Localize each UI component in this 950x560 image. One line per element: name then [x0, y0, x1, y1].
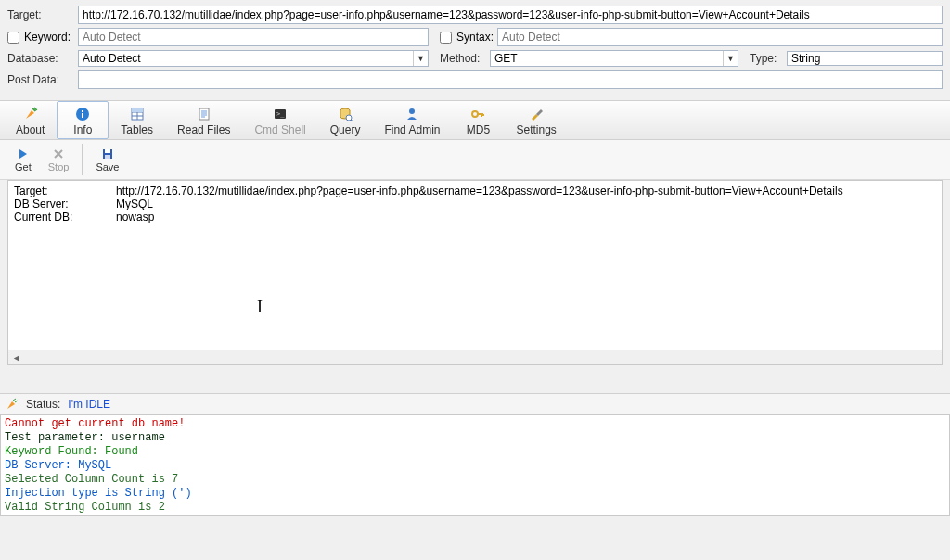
log-line: Selected Column Count is 7 [5, 473, 945, 487]
log-line: Test parameter: username [5, 431, 945, 445]
key-icon [470, 106, 485, 122]
svg-text:>_: >_ [276, 110, 285, 118]
main-toolbar: About Info Tables Read Files >_ Cmd Shel… [0, 100, 950, 140]
postdata-input[interactable] [78, 70, 943, 89]
separator [82, 144, 83, 175]
svg-point-19 [472, 111, 478, 117]
tables-icon [130, 106, 145, 122]
method-select-value: GET [494, 52, 723, 65]
database-select[interactable]: Auto Detect ▼ [78, 50, 429, 67]
svg-rect-2 [82, 110, 83, 112]
save-button-label: Save [96, 161, 119, 172]
tools-icon [529, 106, 544, 122]
tab-label: MD5 [467, 123, 490, 136]
syntax-input[interactable] [497, 28, 943, 46]
admin-icon [404, 106, 419, 122]
tab-label: Find Admin [384, 123, 440, 136]
log-line: Injection type is String (') [5, 487, 945, 501]
svg-rect-8 [199, 108, 209, 120]
info-currentdb-value: nowasp [116, 210, 154, 223]
info-target-value: http://172.16.70.132/mutillidae/index.ph… [116, 185, 843, 197]
save-button[interactable]: Save [88, 145, 126, 174]
tab-label: Query [330, 123, 361, 136]
svg-rect-1 [82, 113, 83, 118]
tab-label: Tables [121, 123, 153, 136]
play-icon [17, 146, 30, 161]
log-line: Current DB: nowasp [5, 515, 945, 516]
tab-findadmin[interactable]: Find Admin [372, 101, 452, 139]
svg-line-17 [351, 120, 353, 121]
info-currentdb-label: Current DB: [14, 210, 116, 223]
info-target-label: Target: [14, 185, 116, 197]
status-bar: Status: I'm IDLE [0, 393, 950, 414]
chevron-down-icon: ▼ [723, 51, 738, 66]
carrot-icon [23, 106, 38, 122]
log-line: Cannot get current db name! [5, 417, 945, 431]
database-icon [338, 106, 353, 122]
svg-rect-26 [105, 149, 110, 153]
keyword-checkbox[interactable] [7, 32, 19, 44]
info-dbserver-label: DB Server: [14, 197, 116, 210]
postdata-label: Post Data: [7, 73, 74, 86]
text-cursor-icon: I [257, 298, 263, 317]
status-label: Status: [26, 398, 60, 411]
tab-info[interactable]: Info [57, 101, 109, 139]
sub-toolbar: Get Stop Save [0, 140, 950, 180]
stop-icon [52, 146, 65, 161]
type-label: Type: [750, 52, 783, 65]
save-icon [101, 146, 114, 161]
tab-query[interactable]: Query [318, 101, 373, 139]
tab-label: Read Files [177, 123, 230, 136]
tab-tables[interactable]: Tables [109, 101, 165, 139]
log-panel: Cannot get current db name! Test paramet… [0, 414, 950, 516]
keyword-input[interactable] [78, 28, 429, 46]
syntax-checkbox[interactable] [440, 32, 452, 44]
get-button[interactable]: Get [7, 145, 39, 174]
tab-label: Info [73, 123, 92, 136]
target-label: Target: [7, 8, 74, 21]
tab-label: Cmd Shell [254, 123, 305, 136]
stop-button[interactable]: Stop [41, 145, 77, 174]
keyword-label: Keyword: [24, 31, 71, 44]
syntax-label: Syntax: [456, 31, 494, 44]
info-dbserver-value: MySQL [116, 197, 153, 210]
method-select[interactable]: GET ▼ [490, 50, 738, 67]
status-value: I'm IDLE [68, 398, 110, 411]
info-icon [75, 106, 90, 122]
form-area: Target: Keyword: Syntax: Database: Auto … [0, 0, 950, 100]
terminal-icon: >_ [273, 106, 288, 122]
log-line: Keyword Found: Found [5, 445, 945, 459]
type-select[interactable]: String [787, 51, 943, 66]
tab-settings[interactable]: Settings [504, 101, 568, 139]
tab-label: Settings [516, 123, 556, 136]
type-select-value: String [791, 52, 942, 65]
carrot-icon [6, 398, 19, 411]
scroll-left-icon: ◄ [8, 353, 24, 363]
chevron-down-icon: ▼ [413, 51, 428, 66]
file-icon [197, 106, 212, 122]
horizontal-scrollbar[interactable]: ◄ [8, 350, 942, 364]
svg-point-18 [409, 108, 415, 114]
database-select-value: Auto Detect [83, 52, 413, 65]
database-label: Database: [7, 52, 74, 65]
svg-rect-7 [132, 108, 143, 112]
target-input[interactable] [78, 6, 943, 24]
info-panel: Target:http://172.16.70.132/mutillidae/i… [7, 180, 943, 365]
log-line: DB Server: MySQL [5, 459, 945, 473]
svg-rect-27 [105, 155, 110, 159]
tab-label: About [16, 123, 45, 136]
stop-button-label: Stop [48, 161, 70, 172]
tab-readfiles[interactable]: Read Files [165, 101, 242, 139]
method-label: Method: [440, 52, 486, 65]
tab-about[interactable]: About [4, 101, 57, 139]
tab-cmdshell[interactable]: >_ Cmd Shell [242, 101, 317, 139]
log-line: Valid String Column is 2 [5, 501, 945, 515]
tab-md5[interactable]: MD5 [452, 101, 504, 139]
get-button-label: Get [15, 161, 32, 172]
